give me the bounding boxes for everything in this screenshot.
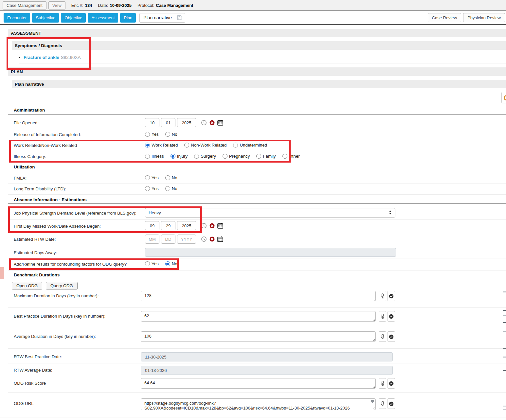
clipped-fragment: [503, 406, 506, 407]
radio-ltd-no[interactable]: No: [165, 186, 177, 191]
radio-pregnancy[interactable]: Pregnancy: [223, 154, 250, 159]
date-label: Date:: [98, 3, 108, 8]
estimated-rtw-year-input[interactable]: [177, 235, 196, 244]
calendar-icon[interactable]: [217, 236, 224, 242]
case-management-button[interactable]: Case Management: [3, 1, 46, 9]
job-strength-value: Heavy: [149, 210, 161, 215]
radio-release-no[interactable]: No: [165, 132, 177, 137]
best-practice-duration-input[interactable]: 62: [141, 311, 376, 322]
utilization-heading: Utilization: [14, 165, 35, 169]
first-day-month-input[interactable]: [145, 221, 159, 230]
assessment-header: ASSESSMENT: [8, 29, 506, 37]
physician-review-button[interactable]: Physician Review: [463, 13, 505, 22]
confirm-button[interactable]: [388, 378, 395, 389]
calendar-icon[interactable]: [217, 119, 224, 126]
first-day-day-input[interactable]: [161, 221, 175, 230]
max-duration-input[interactable]: 128: [141, 291, 376, 301]
open-odg-button[interactable]: Open ODG: [12, 282, 42, 289]
view-button[interactable]: View: [48, 1, 65, 9]
tab-encounter[interactable]: Encounter: [4, 13, 30, 23]
odg-url-input[interactable]: https://stage.odgbymcg.com/odg-link? S82…: [141, 398, 376, 410]
radio-icon: [233, 143, 238, 148]
mic-button[interactable]: [379, 398, 386, 409]
mic-button[interactable]: [379, 378, 386, 389]
time-icon[interactable]: [201, 222, 207, 229]
radio-work-related[interactable]: Work Related: [145, 143, 178, 148]
enc-label: Enc #:: [71, 3, 83, 8]
divider: [0, 417, 506, 417]
mic-button[interactable]: [379, 331, 386, 342]
radio-label: Other: [289, 154, 300, 159]
first-day-missed-label: First Day Missed Work/Date Absence Began…: [14, 224, 101, 229]
radio-ltd-yes[interactable]: Yes: [145, 186, 159, 191]
rtw-best-practice-label: RTW Best Practice Date:: [14, 354, 62, 359]
radio-label: No: [172, 175, 177, 180]
clipped-fragment: [503, 357, 506, 358]
illness-category-options: Illness Injury Surgery Pregnancy Family …: [145, 154, 305, 159]
average-duration-input[interactable]: 106: [141, 331, 376, 342]
tab-objective[interactable]: Objective: [61, 13, 86, 23]
radio-illness[interactable]: Illness: [145, 154, 164, 159]
radio-fmla-yes[interactable]: Yes: [145, 175, 159, 180]
divider: [8, 392, 506, 393]
file-opened-month-input[interactable]: [145, 118, 159, 127]
radio-confound-no[interactable]: No: [165, 261, 177, 266]
confirm-button[interactable]: [388, 331, 395, 342]
radio-label: No: [172, 132, 177, 137]
radio-icon: [165, 261, 170, 266]
divider: [8, 279, 506, 279]
divider: [8, 140, 506, 140]
file-opened-day-input[interactable]: [161, 118, 175, 127]
radio-fmla-no[interactable]: No: [165, 175, 177, 180]
confirm-button[interactable]: [388, 311, 395, 322]
scrollbar-down-icon[interactable]: [370, 400, 374, 404]
tab-subjective[interactable]: Subjective: [32, 13, 59, 23]
case-review-button[interactable]: Case Review: [428, 13, 461, 22]
calendar-icon[interactable]: [217, 222, 224, 229]
radio-release-yes[interactable]: Yes: [145, 132, 159, 137]
radio-non-work-related[interactable]: Non-Work Related: [184, 143, 226, 148]
fmla-options: Yes No: [145, 175, 182, 180]
diagnosis-link[interactable]: Fracture of ankle: [24, 55, 59, 60]
query-odg-button[interactable]: Query ODG: [46, 282, 78, 289]
radio-label: No: [172, 186, 177, 191]
tab-assessment[interactable]: Assessment: [88, 13, 118, 23]
radio-other[interactable]: Other: [282, 154, 300, 159]
odg-risk-score-input[interactable]: 64.64: [141, 378, 376, 389]
radio-family[interactable]: Family: [256, 154, 276, 159]
divider: [8, 203, 506, 204]
mic-button[interactable]: [379, 291, 386, 301]
job-strength-select[interactable]: Heavy: [145, 208, 395, 218]
save-icon[interactable]: [174, 13, 185, 22]
clipped-record-button[interactable]: [501, 92, 506, 103]
tab-plan[interactable]: Plan: [120, 13, 136, 23]
confirm-button[interactable]: [388, 398, 395, 409]
estimated-rtw-month-input[interactable]: [145, 235, 159, 244]
tab-plan-narrative[interactable]: Plan narrative: [139, 13, 185, 23]
first-day-year-input[interactable]: [177, 221, 196, 230]
clear-date-icon[interactable]: [209, 236, 215, 242]
clear-date-icon[interactable]: [209, 222, 215, 229]
radio-icon: [165, 175, 170, 180]
time-icon[interactable]: [201, 119, 207, 126]
radio-icon: [165, 132, 170, 137]
estimated-rtw-day-input[interactable]: [161, 235, 175, 244]
divider: [8, 114, 506, 115]
radio-icon: [145, 132, 150, 137]
divider: [8, 233, 506, 233]
review-buttons: Case Review Physician Review: [428, 13, 505, 22]
clear-date-icon[interactable]: [209, 119, 215, 126]
radio-injury[interactable]: Injury: [171, 154, 188, 159]
rtw-best-practice-value: 11-30-2025: [141, 352, 393, 361]
radio-label: No: [172, 261, 177, 266]
radio-confound-yes[interactable]: Yes: [145, 261, 159, 266]
confirm-button[interactable]: [388, 291, 395, 301]
file-opened-year-input[interactable]: [177, 118, 196, 127]
divider: [8, 328, 506, 328]
radio-surgery[interactable]: Surgery: [194, 154, 216, 159]
divider: [8, 151, 506, 151]
radio-label: Yes: [152, 132, 159, 137]
radio-undetermined[interactable]: Undetermined: [233, 143, 267, 148]
time-icon[interactable]: [201, 236, 207, 242]
mic-button[interactable]: [379, 311, 386, 322]
